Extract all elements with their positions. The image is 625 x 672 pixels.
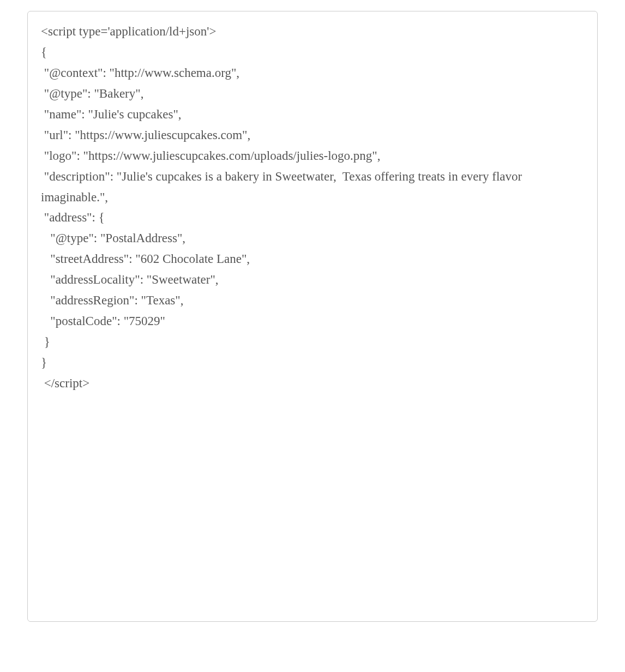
code-line: "name": "Julie's cupcakes", — [41, 107, 182, 121]
code-line: } — [41, 335, 50, 349]
code-line: { — [41, 45, 47, 59]
code-line: "addressLocality": "Sweetwater", — [41, 273, 219, 286]
code-line: <script type='application/ld+json'> — [41, 25, 216, 38]
code-block: <script type='application/ld+json'> { "@… — [27, 11, 598, 622]
code-line: "@type": "PostalAddress", — [41, 231, 185, 245]
code-line: "addressRegion": "Texas", — [41, 293, 183, 307]
code-line: "streetAddress": "602 Chocolate Lane", — [41, 252, 250, 266]
code-line: </script> — [41, 376, 89, 390]
code-line: "@context": "http://www.schema.org", — [41, 66, 239, 80]
code-line: "logo": "https://www.juliescupcakes.com/… — [41, 149, 381, 163]
code-line: "url": "https://www.juliescupcakes.com", — [41, 128, 250, 142]
code-line: "description": "Julie's cupcakes is a ba… — [41, 170, 525, 204]
code-line: "address": { — [41, 211, 105, 224]
code-line: } — [41, 356, 47, 369]
code-line: "postalCode": "75029" — [41, 314, 165, 328]
code-line: "@type": "Bakery", — [41, 87, 143, 100]
